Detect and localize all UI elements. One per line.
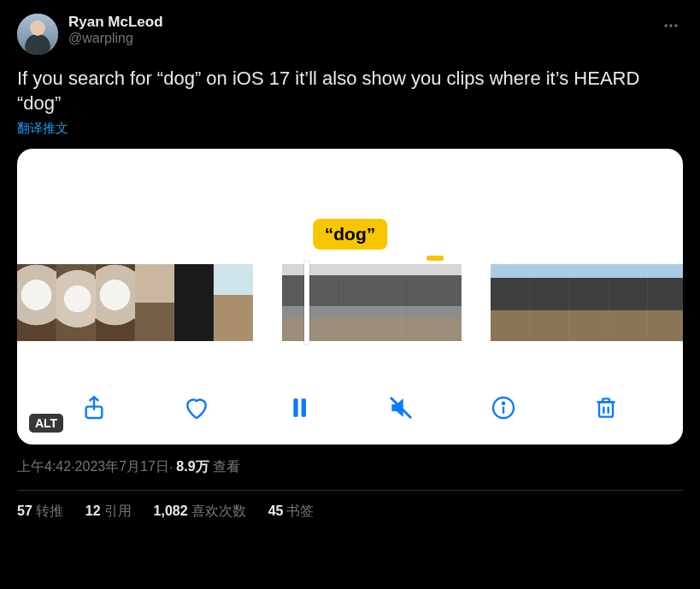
handle: @warpling — [68, 31, 649, 46]
stats-row: 57转推 12引用 1,082喜欢次数 45书签 — [17, 503, 683, 521]
retweet-label: 转推 — [36, 504, 63, 518]
media-toolbar — [17, 390, 683, 426]
quotes-stat[interactable]: 12引用 — [85, 503, 132, 521]
views-count: 8.9万 — [176, 458, 209, 476]
clip-gap — [253, 264, 282, 341]
svg-rect-5 — [301, 399, 305, 417]
clip-frame — [17, 264, 56, 341]
heart-icon — [183, 394, 210, 421]
clip-frame — [609, 264, 648, 341]
retweets-stat[interactable]: 57转推 — [17, 503, 63, 521]
clip-frame — [174, 264, 214, 341]
clip-frame — [569, 264, 609, 341]
svg-point-2 — [674, 24, 677, 27]
clip-group-1 — [17, 264, 253, 341]
meta-dot: · — [169, 460, 173, 475]
clip-frame — [648, 264, 683, 341]
clip-group-3 — [491, 264, 683, 341]
bookmark-label: 书签 — [286, 504, 314, 518]
like-label: 喜欢次数 — [191, 504, 246, 518]
tweet-container: Ryan McLeod @warpling If you search for … — [0, 0, 700, 529]
bookmarks-stat[interactable]: 45书签 — [268, 503, 315, 521]
translate-link[interactable]: 翻译推文 — [17, 121, 683, 137]
info-icon — [490, 394, 517, 421]
alt-badge[interactable]: ALT — [29, 414, 63, 433]
timeline-strip[interactable] — [17, 264, 683, 341]
clip-frame — [56, 264, 96, 341]
date[interactable]: 2023年7月17日 — [75, 458, 169, 476]
delete-button[interactable] — [588, 390, 624, 426]
display-name: Ryan McLeod — [68, 14, 649, 31]
svg-point-8 — [503, 403, 504, 404]
like-button[interactable] — [179, 390, 215, 426]
tweet-header: Ryan McLeod @warpling — [17, 14, 683, 55]
clip-frame — [491, 264, 530, 341]
clip-frame — [402, 264, 462, 341]
clip-group-2 — [282, 264, 462, 341]
retweet-count: 57 — [17, 504, 32, 518]
author-block[interactable]: Ryan McLeod @warpling — [68, 14, 649, 46]
meta-line: 上午4:42 · 2023年7月17日 · 8.9万 查看 — [17, 458, 683, 476]
clip-frame — [530, 264, 569, 341]
pause-button[interactable] — [281, 390, 317, 426]
share-icon — [80, 394, 108, 421]
ellipsis-icon — [662, 17, 679, 34]
more-button[interactable] — [659, 14, 683, 38]
speaker-mute-icon — [387, 394, 415, 421]
tweet-text: If you search for “dog” on iOS 17 it’ll … — [17, 67, 683, 115]
trash-icon — [592, 394, 620, 421]
divider — [17, 490, 683, 491]
time[interactable]: 上午4:42 — [17, 458, 71, 476]
likes-stat[interactable]: 1,082喜欢次数 — [154, 503, 246, 521]
views-label: 查看 — [213, 458, 240, 476]
pause-icon — [285, 394, 313, 421]
playhead[interactable] — [304, 261, 309, 345]
svg-point-0 — [665, 24, 668, 27]
info-button[interactable] — [485, 390, 521, 426]
media-card[interactable]: “dog” — [17, 149, 683, 445]
clip-frame — [282, 264, 342, 341]
avatar[interactable] — [17, 14, 58, 55]
clip-frame — [96, 264, 135, 341]
svg-rect-9 — [599, 403, 613, 417]
share-button[interactable] — [76, 390, 112, 426]
svg-point-1 — [669, 24, 672, 27]
clip-frame — [214, 264, 253, 341]
clip-frame — [342, 264, 402, 341]
clip-frame — [135, 264, 174, 341]
clip-gap — [462, 264, 491, 341]
bookmark-count: 45 — [268, 504, 284, 518]
caption-marker — [426, 256, 444, 261]
mute-button[interactable] — [383, 390, 419, 426]
like-count: 1,082 — [154, 504, 188, 518]
caption-bubble: “dog” — [313, 219, 387, 250]
svg-rect-4 — [293, 399, 297, 417]
quote-label: 引用 — [104, 504, 132, 518]
media-inner: “dog” — [17, 149, 683, 445]
quote-count: 12 — [85, 504, 101, 518]
